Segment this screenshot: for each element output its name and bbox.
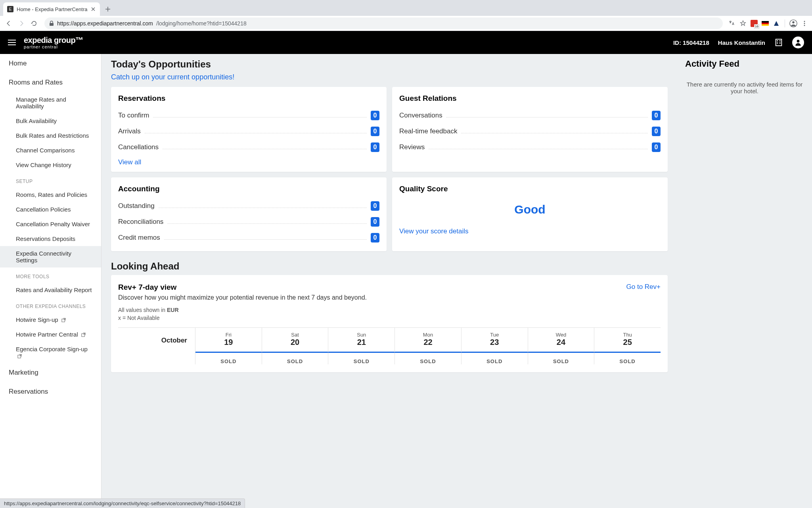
rev-na-note: x = Not Available <box>118 315 661 321</box>
svg-point-2 <box>792 21 795 23</box>
metric-outstanding[interactable]: Outstanding 0 <box>118 198 379 214</box>
sidebar-sub-rates-report[interactable]: Rates and Availability Report <box>0 283 101 297</box>
sidebar-item-home[interactable]: Home <box>0 54 101 73</box>
tab-close-icon[interactable] <box>90 6 96 12</box>
calendar-day[interactable]: Thu25 <box>594 328 661 353</box>
brand-logo[interactable]: expedia group™ partner central <box>24 36 83 49</box>
sidebar-sub-reservations-deposits[interactable]: Reservations Deposits <box>0 231 101 246</box>
activity-feed-panel: Activity Feed There are currently no act… <box>677 54 812 508</box>
translate-icon[interactable] <box>728 19 736 28</box>
metric-badge: 0 <box>652 111 661 120</box>
quality-title: Quality Score <box>399 185 661 193</box>
sidebar-sub-hotwire-signup[interactable]: Hotwire Sign-up <box>0 312 101 327</box>
sidebar-sub-bulk-rates[interactable]: Bulk Rates and Restrictions <box>0 128 101 143</box>
calendar-sold-row: SOLD SOLD SOLD SOLD SOLD SOLD SOLD <box>118 353 661 364</box>
metric-credit-memos[interactable]: Credit memos 0 <box>118 230 379 246</box>
opportunities-title: Today's Opportunities <box>111 59 668 70</box>
sold-cell: SOLD <box>395 353 462 364</box>
reservations-card: Reservations To confirm 0 Arrivals 0 <box>111 87 387 172</box>
app-header: expedia group™ partner central ID: 15044… <box>0 31 812 54</box>
looking-ahead-title: Looking Ahead <box>111 261 668 272</box>
metric-badge: 0 <box>371 142 379 152</box>
metric-feedback[interactable]: Real-time feedback 0 <box>399 123 661 139</box>
svg-rect-0 <box>50 23 54 26</box>
bookmark-star-icon[interactable] <box>739 19 747 28</box>
quality-score-card: Quality Score Good View your score detai… <box>392 177 668 251</box>
new-tab-button[interactable] <box>102 4 113 15</box>
extension-triangle-icon[interactable] <box>772 19 781 28</box>
calendar-header: October Fri19 Sat20 Sun21 Mon22 Tue23 We… <box>118 327 661 353</box>
sidebar-heading-more-tools: MORE TOOLS <box>0 267 101 283</box>
metric-badge: 0 <box>371 233 379 242</box>
metric-badge: 0 <box>371 127 379 136</box>
metric-to-confirm[interactable]: To confirm 0 <box>118 108 379 123</box>
sidebar-sub-penalty-waiver[interactable]: Cancellation Penalty Waiver <box>0 217 101 231</box>
guest-relations-card: Guest Relations Conversations 0 Real-tim… <box>392 87 668 172</box>
tab-title: Home - Expedia PartnerCentra <box>17 6 87 12</box>
catchup-link[interactable]: Catch up on your current opportunities! <box>111 73 668 81</box>
sidebar-sub-manage-rates[interactable]: Manage Rates and Availability <box>0 92 101 114</box>
sidebar-item-reservations[interactable]: Reservations <box>0 382 101 401</box>
calendar-day[interactable]: Fri19 <box>195 328 262 353</box>
metric-badge: 0 <box>371 201 379 211</box>
extension-calendar-icon[interactable]: 16 <box>750 19 758 28</box>
calendar-day[interactable]: Sun21 <box>328 328 395 353</box>
address-bar[interactable]: https://apps.expediapartnercentral.com/l… <box>44 17 723 29</box>
forward-button[interactable] <box>16 18 27 29</box>
sold-cell: SOLD <box>328 353 395 364</box>
user-avatar-icon[interactable] <box>792 37 804 48</box>
metric-arrivals[interactable]: Arrivals 0 <box>118 123 379 139</box>
calendar-day[interactable]: Mon22 <box>395 328 462 353</box>
go-to-rev-link[interactable]: Go to Rev+ <box>626 283 661 291</box>
rev-description: Discover how you might maximize your pot… <box>118 294 661 301</box>
calendar-day[interactable]: Tue23 <box>462 328 528 353</box>
tab-favicon: E <box>7 6 13 12</box>
metric-label: Arrivals <box>118 127 141 135</box>
sidebar-item-rooms-rates[interactable]: Rooms and Rates <box>0 73 101 92</box>
sidebar-sub-channel-comparisons[interactable]: Channel Comparisons <box>0 143 101 158</box>
sidebar-sub-change-history[interactable]: View Change History <box>0 158 101 172</box>
browser-tab[interactable]: E Home - Expedia PartnerCentra <box>3 2 100 16</box>
sidebar-sub-cancellation-policies[interactable]: Cancellation Policies <box>0 202 101 217</box>
metric-label: Cancellations <box>118 143 159 151</box>
metric-reviews[interactable]: Reviews 0 <box>399 139 661 155</box>
metric-badge: 0 <box>371 111 379 120</box>
browser-menu-icon[interactable] <box>800 19 809 28</box>
metric-label: Credit memos <box>118 234 160 242</box>
metric-reconciliations[interactable]: Reconciliations 0 <box>118 214 379 230</box>
metric-label: Conversations <box>399 112 442 119</box>
quality-details-link[interactable]: View your score details <box>399 224 469 235</box>
calendar-day[interactable]: Sat20 <box>262 328 329 353</box>
metric-conversations[interactable]: Conversations 0 <box>399 108 661 123</box>
sidebar-sub-egencia[interactable]: Egencia Corporate Sign-up <box>0 342 101 363</box>
metric-badge: 0 <box>652 142 661 152</box>
extension-flag-icon[interactable] <box>761 19 770 28</box>
metric-label: Real-time feedback <box>399 127 457 135</box>
building-icon[interactable] <box>774 38 783 47</box>
property-name: Haus Konstantin <box>718 39 765 46</box>
lock-icon <box>49 21 54 26</box>
sidebar-sub-hotwire-partner[interactable]: Hotwire Partner Central <box>0 327 101 342</box>
activity-empty-text: There are currently no activity feed ite… <box>685 81 804 94</box>
menu-toggle-icon[interactable] <box>8 38 17 47</box>
calendar-day[interactable]: Wed24 <box>528 328 595 353</box>
svg-rect-10 <box>779 42 781 44</box>
rev-plus-card: Rev+ 7-day view Go to Rev+ Discover how … <box>111 275 668 372</box>
sidebar-sub-rooms-policies[interactable]: Rooms, Rates and Policies <box>0 187 101 202</box>
sidebar-sub-bulk-availability[interactable]: Bulk Availability <box>0 114 101 128</box>
sold-cell: SOLD <box>594 353 661 364</box>
url-path: /lodging/home/home?htid=15044218 <box>156 20 247 27</box>
sidebar-item-marketing[interactable]: Marketing <box>0 363 101 382</box>
profile-icon[interactable] <box>789 19 798 28</box>
activity-feed-title: Activity Feed <box>685 59 804 69</box>
sold-cell: SOLD <box>262 353 329 364</box>
sidebar-sub-connectivity-settings[interactable]: Expedia Connectivity Settings <box>0 246 101 267</box>
metric-cancellations[interactable]: Cancellations 0 <box>118 139 379 155</box>
back-button[interactable] <box>3 18 14 29</box>
toolbar-divider <box>785 19 785 27</box>
view-all-link[interactable]: View all <box>118 155 141 166</box>
sidebar: Home Rooms and Rates Manage Rates and Av… <box>0 54 102 508</box>
reload-button[interactable] <box>29 18 40 29</box>
svg-rect-6 <box>776 39 782 46</box>
svg-point-4 <box>804 23 805 24</box>
